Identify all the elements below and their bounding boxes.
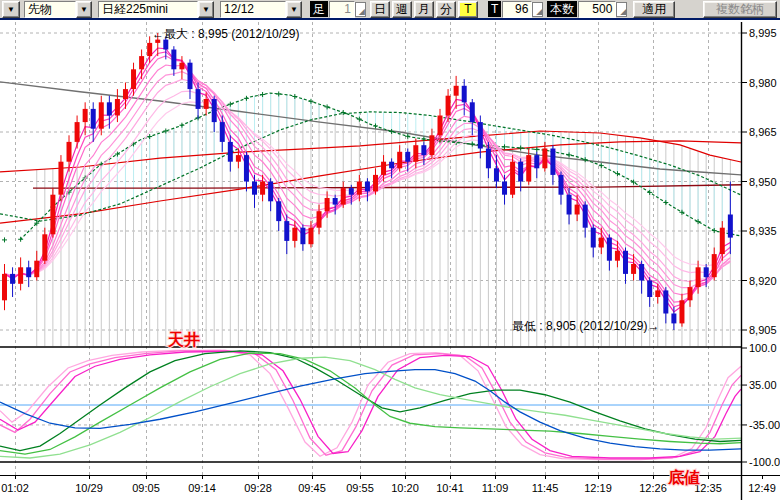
- period-day-button[interactable]: 日: [370, 1, 390, 18]
- bottom-signal-label: 底値: [667, 468, 700, 486]
- candle-down: [486, 149, 491, 169]
- candle-down: [10, 274, 15, 284]
- candle-up: [260, 182, 265, 195]
- spinner-icon[interactable]: ◢: [616, 2, 627, 17]
- chevron-down-icon[interactable]: ▼: [198, 1, 214, 18]
- bar-interval-input[interactable]: 1: [329, 1, 355, 18]
- multi-symbol-button[interactable]: 複数銘柄: [703, 1, 777, 18]
- time-tick-label: 12:19: [584, 482, 612, 494]
- candle-down: [550, 149, 555, 175]
- candle-down: [671, 314, 676, 324]
- candle-up: [679, 300, 684, 323]
- candle-up: [18, 267, 23, 284]
- period-minute-button[interactable]: 分: [436, 1, 456, 18]
- candle-up: [99, 102, 104, 128]
- time-tick-label: 10:41: [436, 482, 464, 494]
- candle-up: [42, 234, 47, 260]
- candle-up: [631, 264, 636, 274]
- ceiling-signal-label: 天井: [167, 331, 200, 348]
- chevron-down-icon[interactable]: ▼: [76, 1, 92, 18]
- candle-up: [83, 109, 88, 122]
- candle-up: [317, 211, 322, 228]
- time-tick-label: 09:14: [188, 482, 216, 494]
- candle-up: [381, 162, 386, 175]
- candle-up: [2, 274, 7, 300]
- price-chart-area[interactable]: 8,9958,9808,9658,9508,9358,9208,905100.0…: [0, 0, 780, 500]
- candle-down: [607, 238, 612, 261]
- market-dropdown[interactable]: 先物 ▼: [24, 1, 92, 18]
- tick-count-input[interactable]: 96: [502, 1, 532, 18]
- candle-up: [75, 122, 80, 142]
- gray-ma-line: [0, 82, 741, 175]
- toolbar: ▼ 先物 ▼ 日経225mini ▼ 12/12 ▼ 足 1 ◢ 日 週 月 分…: [0, 0, 780, 20]
- min-price-annotation: 最低 : 8,905 (2012/10/29)→: [512, 319, 659, 333]
- time-tick-label: 11:45: [532, 482, 559, 494]
- candle-up: [325, 198, 330, 211]
- candle-up: [397, 152, 402, 169]
- candle-up: [292, 228, 297, 241]
- apply-button[interactable]: 適用: [633, 1, 675, 18]
- candle-up: [720, 228, 725, 254]
- chevron-down-icon: ▼: [3, 5, 19, 14]
- candle-up: [236, 155, 241, 162]
- time-tick-label: 10/29: [75, 482, 103, 494]
- candle-down: [196, 89, 201, 109]
- candle-down: [567, 195, 572, 215]
- time-tick-label: 09:45: [298, 482, 326, 494]
- candle-down: [244, 155, 249, 181]
- price-tick-label: 8,935: [749, 225, 777, 237]
- candle-up: [510, 162, 515, 195]
- candle-down: [518, 162, 523, 182]
- candle-down: [647, 281, 652, 298]
- chevron-down-icon[interactable]: ▼: [286, 1, 302, 18]
- candle-down: [494, 168, 499, 181]
- candle-up: [655, 290, 660, 297]
- symbol-dropdown[interactable]: 日経225mini ▼: [98, 1, 214, 18]
- oscillator-gridlines: [0, 385, 741, 425]
- price-tick-label: 8,950: [749, 176, 777, 188]
- spinner-icon[interactable]: ◢: [355, 2, 366, 17]
- candle-down: [591, 228, 596, 248]
- price-axis-labels: 8,9958,9808,9658,9508,9358,9208,905: [741, 27, 777, 336]
- candle-down: [389, 162, 394, 169]
- candle-down: [462, 86, 467, 103]
- candle-down: [623, 251, 628, 274]
- candle-up: [429, 135, 434, 155]
- candle-down: [228, 142, 233, 162]
- oscillator-tick-label: -35.00: [749, 419, 780, 431]
- candle-down: [349, 188, 354, 195]
- candle-down: [365, 182, 370, 192]
- candle-up: [34, 261, 39, 278]
- candle-down: [478, 122, 483, 148]
- time-tick-label: 11:09: [482, 482, 509, 494]
- price-tick-label: 8,920: [749, 275, 777, 287]
- candle-up: [542, 149, 547, 169]
- candle-down: [163, 40, 168, 50]
- price-tick-label: 8,995: [749, 27, 777, 39]
- candle-up: [308, 228, 313, 245]
- spinner-icon[interactable]: ◢: [532, 2, 543, 17]
- candle-down: [284, 221, 289, 241]
- period-month-button[interactable]: 月: [414, 1, 434, 18]
- candle-down: [107, 102, 112, 115]
- contract-month-dropdown[interactable]: 12/12 ▼: [220, 1, 302, 18]
- oscillator-tick-label: -100.0: [749, 456, 780, 468]
- bar-count-input[interactable]: 500: [578, 1, 616, 18]
- candle-up: [204, 99, 209, 109]
- candle-up: [115, 99, 120, 116]
- candle-up: [373, 175, 378, 192]
- candle-up: [526, 155, 531, 181]
- candle-down: [187, 63, 192, 89]
- candle-up: [696, 267, 701, 287]
- candle-up: [575, 205, 580, 215]
- candle-down: [252, 182, 257, 195]
- collapsed-dropdown-button[interactable]: ▼: [2, 1, 20, 18]
- time-tick-label: 09:55: [346, 482, 374, 494]
- period-week-button[interactable]: 週: [392, 1, 412, 18]
- oscillator-tick-label: 35.00: [749, 379, 777, 391]
- candle-up: [413, 145, 418, 162]
- candle-down: [171, 50, 176, 70]
- candle-up: [357, 182, 362, 195]
- price-tick-label: 8,905: [749, 324, 777, 336]
- period-tick-button[interactable]: T: [458, 1, 478, 18]
